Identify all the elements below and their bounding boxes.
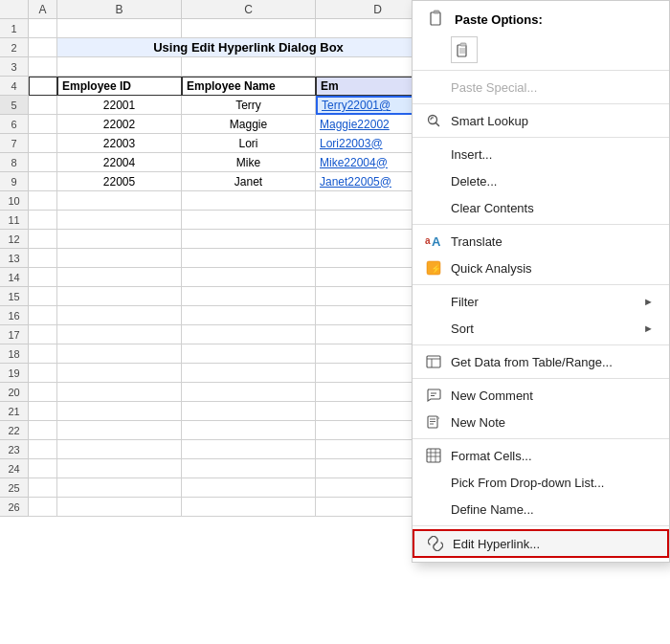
cell-1-b[interactable] [57,19,182,38]
cell-8-c[interactable]: Mike [182,153,316,172]
title-cell[interactable]: Using Edit Hyperlink Dialog Box [57,38,440,57]
cell-6-a[interactable] [29,115,57,134]
separator-4 [413,224,669,225]
cell-26-b[interactable] [57,498,182,517]
cell-8-d-link[interactable]: Mike22004@ [320,156,388,169]
cell-13-a[interactable] [29,249,57,268]
cell-16-a[interactable] [29,306,57,325]
cell-6-b[interactable]: 22002 [57,115,182,134]
cell-20-b[interactable] [57,383,182,402]
cell-19-a[interactable] [29,364,57,383]
cell-5-a[interactable] [29,96,57,115]
cell-22-c[interactable] [182,421,316,440]
cell-11-a[interactable] [29,211,57,230]
cell-18-b[interactable] [57,344,182,364]
cell-22-a[interactable] [29,421,57,440]
cell-7-d-link[interactable]: Lori22003@ [320,137,383,150]
cell-18-a[interactable] [29,344,57,364]
cell-6-d-link[interactable]: Maggie22002 [320,118,390,131]
cell-10-b[interactable] [57,191,182,211]
cell-16-b[interactable] [57,306,182,325]
header-cell-a[interactable] [29,77,57,96]
cell-25-b[interactable] [57,478,182,498]
menu-get-data[interactable]: Get Data from Table/Range... [413,348,669,375]
menu-edit-hyperlink[interactable]: Edit Hyperlink... [413,529,669,558]
cell-8-b[interactable]: 22004 [57,153,182,172]
cell-24-a[interactable] [29,459,57,478]
cell-25-c[interactable] [182,478,316,498]
menu-pick-dropdown[interactable]: Pick From Drop-down List... [413,469,669,496]
cell-24-c[interactable] [182,459,316,478]
menu-define-name[interactable]: Define Name... [413,496,669,522]
cell-5-c[interactable]: Terry [182,96,316,115]
menu-new-note[interactable]: New Note [413,409,669,435]
cell-11-c[interactable] [182,211,316,230]
cell-17-b[interactable] [57,325,182,344]
cell-23-a[interactable] [29,440,57,459]
cell-2-a[interactable] [29,38,57,57]
cell-14-c[interactable] [182,268,316,287]
menu-insert[interactable]: Insert... [413,141,669,167]
paste-button[interactable] [451,36,478,63]
cell-17-a[interactable] [29,325,57,344]
cell-13-c[interactable] [182,249,316,268]
cell-16-c[interactable] [182,306,316,325]
cell-25-a[interactable] [29,478,57,498]
cell-17-c[interactable] [182,325,316,344]
cell-12-c[interactable] [182,230,316,249]
cell-9-c[interactable]: Janet [182,172,316,191]
cell-8-a[interactable] [29,153,57,172]
menu-quick-analysis[interactable]: ⚡ Quick Analysis [413,255,669,281]
cell-1-c[interactable] [182,19,316,38]
menu-delete[interactable]: Delete... [413,167,669,194]
cell-12-b[interactable] [57,230,182,249]
menu-filter[interactable]: Filter ► [413,288,669,315]
cell-15-b[interactable] [57,287,182,306]
cell-5-b[interactable]: 22001 [57,96,182,115]
cell-3-b[interactable] [57,57,182,77]
cell-20-c[interactable] [182,383,316,402]
menu-smart-lookup[interactable]: Smart Lookup [413,107,669,134]
cell-10-c[interactable] [182,191,316,211]
cell-9-d-link[interactable]: Janet22005@ [320,175,391,189]
cell-10-a[interactable] [29,191,57,211]
menu-clear-contents[interactable]: Clear Contents [413,194,669,221]
menu-format-cells[interactable]: Format Cells... [413,442,669,469]
cell-1-a[interactable] [29,19,57,38]
cell-18-c[interactable] [182,344,316,364]
menu-new-comment[interactable]: New Comment [413,382,669,409]
cell-11-b[interactable] [57,211,182,230]
menu-translate[interactable]: a A Translate [413,228,669,255]
cell-21-b[interactable] [57,402,182,421]
cell-26-a[interactable] [29,498,57,517]
cell-23-c[interactable] [182,440,316,459]
cell-7-c[interactable]: Lori [182,134,316,153]
cell-13-b[interactable] [57,249,182,268]
cell-19-b[interactable] [57,364,182,383]
cell-7-b[interactable]: 22003 [57,134,182,153]
menu-sort[interactable]: Sort ► [413,315,669,342]
menu-paste-special[interactable]: Paste Special... [413,74,669,100]
cell-26-c[interactable] [182,498,316,517]
cell-14-b[interactable] [57,268,182,287]
cell-9-b[interactable]: 22005 [57,172,182,191]
cell-3-a[interactable] [29,57,57,77]
cell-3-c[interactable] [182,57,316,77]
cell-19-c[interactable] [182,364,316,383]
cell-23-b[interactable] [57,440,182,459]
cell-6-c[interactable]: Maggie [182,115,316,134]
cell-15-a[interactable] [29,287,57,306]
cell-22-b[interactable] [57,421,182,440]
cell-21-a[interactable] [29,402,57,421]
cell-15-c[interactable] [182,287,316,306]
cell-12-a[interactable] [29,230,57,249]
header-employee-name[interactable]: Employee Name [182,77,316,96]
cell-7-a[interactable] [29,134,57,153]
header-employee-id[interactable]: Employee ID [57,77,182,96]
cell-14-a[interactable] [29,268,57,287]
cell-24-b[interactable] [57,459,182,478]
cell-21-c[interactable] [182,402,316,421]
cell-5-d-link[interactable]: Terry22001@ [322,99,391,112]
cell-20-a[interactable] [29,383,57,402]
cell-9-a[interactable] [29,172,57,191]
